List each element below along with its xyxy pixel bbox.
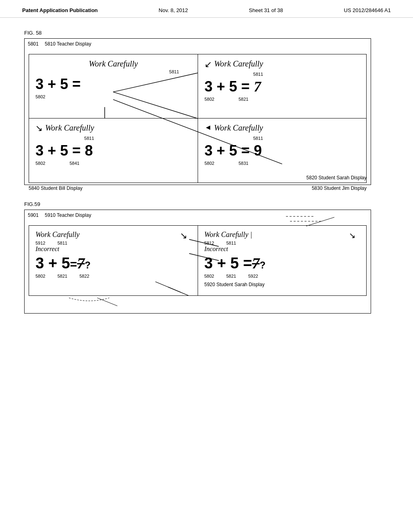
bottom-curves-svg (29, 296, 367, 308)
panel-top-right: ↙ Work Carefully 5811 3 + 5 = 7 5802 582… (198, 54, 367, 118)
panel59-right: Work Carefully | 5812 5811 Incorrect ↘ 3… (198, 225, 367, 296)
answer-top-right: 7 (254, 79, 261, 95)
arrow-top-right: ↙ (204, 59, 212, 70)
fig59-outer-ref: 5901 (28, 212, 39, 218)
fig59-teacher-display: 5910 Teacher Display (45, 212, 91, 218)
fig58-label: FIG. 58 (24, 30, 389, 36)
page-header: Patent Application Publication Nov. 8, 2… (0, 0, 413, 18)
refs-bottom-left: 5802 5841 (35, 161, 191, 166)
incorrect-59-right: Incorrect (204, 245, 252, 253)
fig59-label: FIG.59 (24, 201, 389, 207)
answer-59-right: 7 (252, 255, 260, 272)
math-bottom-right: 3 + 5 = 9 (204, 142, 360, 159)
caption-jim: 5830 Student Jim Display (312, 185, 367, 191)
ref-5811-tl: 5811 (35, 69, 179, 74)
ref-5811-bl: 5811 (45, 136, 94, 141)
math-top-right: 3 + 5 = 7 (204, 78, 360, 95)
fig59-panels-row: Work Carefully 5912 5811 Incorrect ↘ 3 +… (29, 225, 367, 296)
answer-59-left: 7 (77, 255, 85, 272)
math-top-left: 3 + 5 = (35, 76, 191, 93)
fig59-container: 5901 5910 Teacher Display Work Carefully (24, 210, 371, 314)
refs-59-right-bottom: 5802 5821 5922 (204, 274, 360, 278)
arrow-bottom-left: ↖ (35, 123, 43, 134)
refs-59-left-top: 5912 5811 (35, 241, 79, 245)
work-carefully-59-left: Work Carefully (35, 231, 79, 239)
work-carefully-59-right: Work Carefully | (204, 231, 252, 239)
work-carefully-bottom-left: Work Carefully (45, 123, 94, 133)
svg-line-6 (306, 217, 334, 226)
patent-number: US 2012/284646 A1 (344, 7, 391, 13)
main-content: FIG. 58 5801 5810 Teacher Display Work C… (0, 18, 413, 326)
panel59-left: Work Carefully 5912 5811 Incorrect ↘ 3 +… (29, 225, 198, 296)
publication-label: Patent Application Publication (22, 7, 98, 13)
incorrect-59-left: Incorrect (35, 245, 79, 253)
fig58-outer-ref: 5801 (28, 41, 39, 47)
caption-bill: 5840 Student Bill Display (29, 185, 82, 191)
fig58-teacher-display: 5810 Teacher Display (45, 41, 91, 47)
ref-5811-br: 5811 (214, 136, 263, 141)
ref-5802-tl: 5802 (35, 94, 191, 99)
arrow-59-right: ↘ (349, 231, 360, 240)
panel-bottom-left: ↖ Work Carefully 5811 3 + 5 = 8 5802 584… (29, 118, 198, 183)
fig58-container: 5801 5810 Teacher Display Work Carefully… (24, 38, 371, 185)
refs-59-right-top: 5812 5811 (204, 241, 252, 245)
math-59-left: 3 + 5=7? (35, 254, 191, 272)
answer-bottom-right: 9 (254, 142, 262, 159)
ref-5811-tr: 5811 (214, 72, 263, 77)
work-carefully-top-left: Work Carefully (35, 59, 191, 69)
math-59-right: 3 + 5 =7? (204, 254, 360, 272)
work-carefully-bottom-right: Work Carefully (214, 123, 263, 133)
date-label: Nov. 8, 2012 (159, 7, 188, 13)
arrow-59-left: ↘ (180, 231, 191, 241)
caption-59-sarah: 5920 Student Sarah Display (204, 282, 360, 287)
refs-bottom-right: 5802 5831 (204, 161, 360, 166)
refs-top-right: 5802 5821 (204, 97, 360, 102)
fig58-captions: 5840 Student Bill Display 5830 Student J… (29, 185, 367, 191)
sheet-label: Sheet 31 of 38 (249, 7, 283, 13)
svg-line-11 (97, 298, 117, 306)
math-bottom-left: 3 + 5 = 8 (35, 142, 191, 159)
work-carefully-top-right: Work Carefully (214, 59, 263, 69)
panel-bottom-right: ◄ Work Carefully 5811 3 + 5 = 9 5802 583… (198, 118, 367, 183)
refs-59-left-bottom: 5802 5821 5822 (35, 274, 191, 278)
panel-top-left: Work Carefully 5811 3 + 5 = 5802 (29, 54, 198, 118)
fig58-panels-grid: Work Carefully 5811 3 + 5 = 5802 ↙ Work … (29, 54, 367, 183)
answer-bottom-left: 8 (85, 142, 93, 159)
arrow-bottom-right: ◄ (204, 123, 212, 132)
